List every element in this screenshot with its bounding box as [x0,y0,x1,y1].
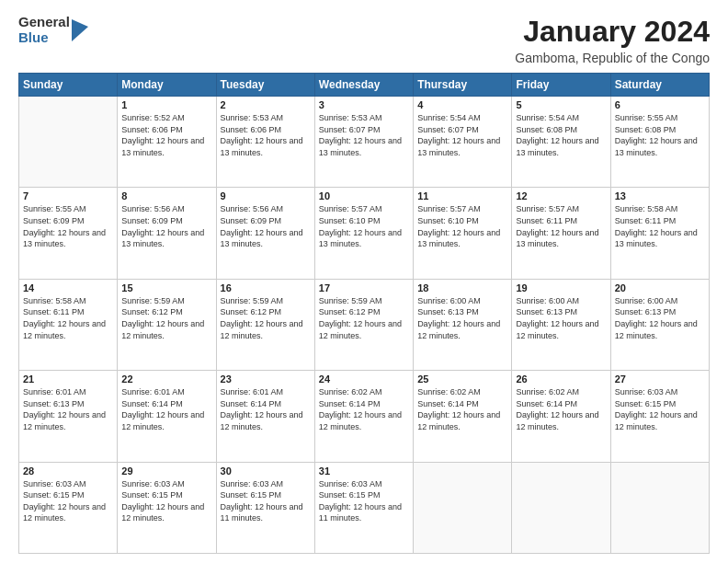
day-number: 9 [221,190,311,201]
table-row: 20Sunrise: 6:00 AMSunset: 6:13 PMDayligh… [610,279,709,370]
table-row: 16Sunrise: 5:59 AMSunset: 6:12 PMDayligh… [216,279,314,370]
table-row: 26Sunrise: 6:02 AMSunset: 6:14 PMDayligh… [512,371,610,462]
table-row: 31Sunrise: 6:03 AMSunset: 6:15 PMDayligh… [314,462,413,553]
day-number: 7 [23,190,113,201]
day-info: Sunrise: 5:53 AMSunset: 6:07 PMDaylight:… [319,112,409,158]
day-info: Sunrise: 6:00 AMSunset: 6:13 PMDaylight:… [417,295,507,341]
day-info: Sunrise: 5:54 AMSunset: 6:08 PMDaylight:… [516,112,606,158]
day-number: 22 [121,373,211,385]
day-number: 4 [417,99,507,110]
table-row: 23Sunrise: 6:01 AMSunset: 6:14 PMDayligh… [216,371,314,462]
day-number: 24 [319,373,409,385]
day-number: 25 [417,373,507,385]
day-number: 20 [615,282,705,293]
table-row [610,462,709,553]
table-row: 21Sunrise: 6:01 AMSunset: 6:13 PMDayligh… [19,371,118,462]
day-info: Sunrise: 6:02 AMSunset: 6:14 PMDaylight:… [417,386,507,432]
table-row: 27Sunrise: 6:03 AMSunset: 6:15 PMDayligh… [610,371,709,462]
day-info: Sunrise: 5:56 AMSunset: 6:09 PMDaylight:… [221,203,311,249]
day-info: Sunrise: 6:00 AMSunset: 6:13 PMDaylight:… [615,295,705,341]
table-row [19,97,118,188]
day-info: Sunrise: 6:03 AMSunset: 6:15 PMDaylight:… [121,478,211,524]
table-row: 13Sunrise: 5:58 AMSunset: 6:11 PMDayligh… [610,188,709,279]
calendar-week-row: 28Sunrise: 6:03 AMSunset: 6:15 PMDayligh… [19,462,710,553]
day-info: Sunrise: 5:54 AMSunset: 6:07 PMDaylight:… [417,112,507,158]
logo-icon [72,19,88,41]
day-info: Sunrise: 6:02 AMSunset: 6:14 PMDaylight:… [516,386,606,432]
day-info: Sunrise: 5:53 AMSunset: 6:06 PMDaylight:… [221,112,311,158]
page: General Blue January 2024 Gamboma, Repub… [0,0,728,563]
day-number: 10 [319,190,409,201]
col-friday: Friday [512,74,610,97]
table-row [512,462,610,553]
day-number: 12 [516,190,606,201]
calendar-table: Sunday Monday Tuesday Wednesday Thursday… [18,73,710,554]
day-number: 1 [121,99,211,110]
day-number: 17 [319,282,409,293]
table-row: 1Sunrise: 5:52 AMSunset: 6:06 PMDaylight… [118,97,216,188]
calendar-week-row: 7Sunrise: 5:55 AMSunset: 6:09 PMDaylight… [19,188,710,279]
calendar-week-row: 1Sunrise: 5:52 AMSunset: 6:06 PMDaylight… [19,97,710,188]
day-info: Sunrise: 5:57 AMSunset: 6:11 PMDaylight:… [516,203,606,249]
table-row: 17Sunrise: 5:59 AMSunset: 6:12 PMDayligh… [314,279,413,370]
day-number: 31 [319,465,409,477]
day-number: 8 [121,190,211,201]
table-row: 14Sunrise: 5:58 AMSunset: 6:11 PMDayligh… [19,279,118,370]
calendar-week-row: 21Sunrise: 6:01 AMSunset: 6:13 PMDayligh… [19,371,710,462]
table-row: 12Sunrise: 5:57 AMSunset: 6:11 PMDayligh… [512,188,610,279]
day-number: 26 [516,373,606,385]
day-number: 2 [221,99,311,110]
table-row: 11Sunrise: 5:57 AMSunset: 6:10 PMDayligh… [414,188,512,279]
logo-blue: Blue [18,30,70,46]
col-sunday: Sunday [19,74,118,97]
table-row: 4Sunrise: 5:54 AMSunset: 6:07 PMDaylight… [414,97,512,188]
table-row: 2Sunrise: 5:53 AMSunset: 6:06 PMDaylight… [216,97,314,188]
day-info: Sunrise: 5:57 AMSunset: 6:10 PMDaylight:… [319,203,409,249]
day-number: 19 [516,282,606,293]
col-thursday: Thursday [414,74,512,97]
day-number: 6 [615,99,705,110]
logo-general: General [18,15,70,30]
day-number: 28 [23,465,113,477]
col-saturday: Saturday [610,74,709,97]
table-row: 19Sunrise: 6:00 AMSunset: 6:13 PMDayligh… [512,279,610,370]
calendar-header-row: Sunday Monday Tuesday Wednesday Thursday… [19,74,710,97]
col-tuesday: Tuesday [216,74,314,97]
table-row: 15Sunrise: 5:59 AMSunset: 6:12 PMDayligh… [118,279,216,370]
table-row: 9Sunrise: 5:56 AMSunset: 6:09 PMDaylight… [216,188,314,279]
table-row: 30Sunrise: 6:03 AMSunset: 6:15 PMDayligh… [216,462,314,553]
day-info: Sunrise: 5:58 AMSunset: 6:11 PMDaylight:… [615,203,705,249]
day-info: Sunrise: 5:59 AMSunset: 6:12 PMDaylight:… [319,295,409,341]
day-info: Sunrise: 5:56 AMSunset: 6:09 PMDaylight:… [121,203,211,249]
col-wednesday: Wednesday [314,74,413,97]
day-info: Sunrise: 6:00 AMSunset: 6:13 PMDaylight:… [516,295,606,341]
day-info: Sunrise: 6:02 AMSunset: 6:14 PMDaylight:… [319,386,409,432]
day-info: Sunrise: 5:59 AMSunset: 6:12 PMDaylight:… [221,295,311,341]
calendar-week-row: 14Sunrise: 5:58 AMSunset: 6:11 PMDayligh… [19,279,710,370]
table-row: 3Sunrise: 5:53 AMSunset: 6:07 PMDaylight… [314,97,413,188]
day-number: 15 [121,282,211,293]
table-row: 24Sunrise: 6:02 AMSunset: 6:14 PMDayligh… [314,371,413,462]
header: General Blue January 2024 Gamboma, Repub… [18,15,710,65]
table-row [414,462,512,553]
day-info: Sunrise: 6:01 AMSunset: 6:14 PMDaylight:… [121,386,211,432]
day-info: Sunrise: 6:03 AMSunset: 6:15 PMDaylight:… [23,478,113,524]
day-info: Sunrise: 5:57 AMSunset: 6:10 PMDaylight:… [417,203,507,249]
day-number: 14 [23,282,113,293]
day-number: 18 [417,282,507,293]
day-number: 30 [221,465,311,477]
table-row: 10Sunrise: 5:57 AMSunset: 6:10 PMDayligh… [314,188,413,279]
logo: General Blue [18,15,88,45]
logo-text: General Blue [18,15,70,45]
day-info: Sunrise: 6:03 AMSunset: 6:15 PMDaylight:… [221,478,311,524]
subtitle: Gamboma, Republic of the Congo [515,51,710,65]
table-row: 29Sunrise: 6:03 AMSunset: 6:15 PMDayligh… [118,462,216,553]
day-info: Sunrise: 6:03 AMSunset: 6:15 PMDaylight:… [319,478,409,524]
day-number: 11 [417,190,507,201]
table-row: 22Sunrise: 6:01 AMSunset: 6:14 PMDayligh… [118,371,216,462]
day-info: Sunrise: 5:55 AMSunset: 6:08 PMDaylight:… [615,112,705,158]
table-row: 6Sunrise: 5:55 AMSunset: 6:08 PMDaylight… [610,97,709,188]
day-number: 27 [615,373,705,385]
day-number: 3 [319,99,409,110]
day-number: 21 [23,373,113,385]
